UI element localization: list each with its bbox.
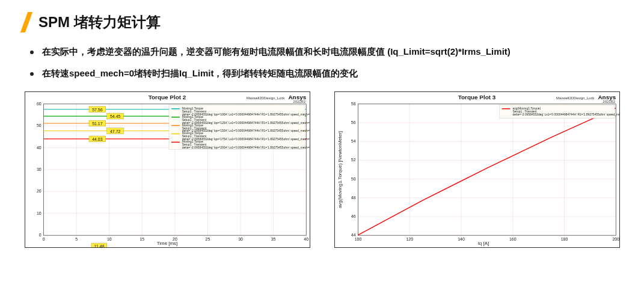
chart-title: Torque Plot 2 — [148, 94, 186, 100]
svg-text:10: 10 — [36, 211, 41, 215]
y-axis-label: avg(Moving1.Torque) [NewtonMeter] — [337, 131, 342, 208]
svg-text:120: 120 — [406, 237, 413, 241]
svg-text:60: 60 — [36, 102, 41, 106]
title-bar: SPM 堵转力矩计算 — [24, 12, 620, 32]
svg-text:20: 20 — [36, 189, 41, 193]
brand-sub: 2021R2 — [603, 100, 615, 103]
svg-rect-99 — [358, 104, 616, 235]
brand-sub: 2021R2 — [293, 100, 305, 103]
svg-text:180: 180 — [560, 237, 568, 241]
svg-text:15: 15 — [140, 237, 144, 241]
svg-text:46: 46 — [351, 214, 355, 218]
svg-text:56: 56 — [351, 120, 355, 125]
list-item: 在转速speed_mech=0堵转时扫描Iq_Limit，得到堵转转矩随电流限幅… — [30, 66, 614, 81]
svg-text:35: 35 — [271, 237, 275, 241]
page-title: SPM 堵转力矩计算 — [38, 13, 161, 32]
svg-text:25: 25 — [205, 237, 210, 241]
svg-text:58: 58 — [351, 102, 355, 106]
bullet-text: 在实际中，考虑逆变器的温升问题，逆变器可能有短时电流限幅值和长时电流限幅度值 (… — [42, 45, 511, 59]
title-accent-icon — [20, 12, 32, 32]
charts-row: Torque Plot 2 Maxwell2DDesign_Lock Ansys… — [24, 91, 620, 250]
svg-text:delta='-2.09584552deg' Iqs='20: delta='-2.09584552deg' Iqs='200A' Ls1='0… — [182, 146, 310, 149]
svg-text:11.48: 11.48 — [94, 244, 105, 248]
svg-text:48: 48 — [351, 196, 355, 200]
svg-text:30: 30 — [238, 237, 243, 241]
software-label: Maxwell2DDesign_Lock — [556, 96, 593, 100]
bullet-icon — [30, 72, 34, 76]
svg-text:10: 10 — [106, 237, 111, 241]
floor-label: 11.48 — [91, 243, 106, 248]
svg-text:44.03: 44.03 — [92, 137, 103, 141]
svg-text:54: 54 — [351, 139, 355, 143]
chart-svg: Torque Plot 3 Maxwell2DDesign_Lock Ansys… — [334, 91, 620, 248]
bullet-text: 在转速speed_mech=0堵转时扫描Iq_Limit，得到堵转转矩随电流限幅… — [42, 66, 358, 81]
svg-text:160: 160 — [509, 237, 516, 241]
chart-title: Torque Plot 3 — [458, 94, 495, 100]
svg-text:50: 50 — [36, 123, 41, 128]
plot-area: 1001201401601802004446485052545658avg(Mo… — [351, 102, 619, 241]
svg-text:57.56: 57.56 — [92, 108, 103, 112]
chart-torque-plot-2: Torque Plot 2 Maxwell2DDesign_Lock Ansys… — [25, 91, 310, 250]
svg-text:delta='-2.09584552deg' Ls1='0.: delta='-2.09584552deg' Ls1='0.0000449847… — [512, 113, 619, 116]
bullet-icon — [30, 51, 34, 54]
svg-text:40: 40 — [36, 146, 41, 150]
plot-area: 0510152025303540010203040506057.5654.455… — [36, 102, 310, 241]
svg-text:50: 50 — [351, 177, 355, 181]
svg-text:0: 0 — [42, 237, 44, 241]
svg-text:5: 5 — [75, 237, 78, 241]
list-item: 在实际中，考虑逆变器的温升问题，逆变器可能有短时电流限幅值和长时电流限幅度值 (… — [30, 45, 614, 59]
chart-torque-plot-3: Torque Plot 3 Maxwell2DDesign_Lock Ansys… — [334, 91, 620, 250]
svg-text:51.17: 51.17 — [92, 122, 103, 126]
svg-text:100: 100 — [354, 237, 361, 241]
chart-svg: Torque Plot 2 Maxwell2DDesign_Lock Ansys… — [25, 91, 310, 248]
svg-text:44: 44 — [351, 233, 355, 237]
software-label: Maxwell2DDesign_Lock — [246, 96, 284, 100]
svg-text:54.45: 54.45 — [109, 114, 120, 119]
svg-text:0: 0 — [38, 233, 41, 237]
svg-text:40: 40 — [304, 237, 308, 241]
x-axis-label: Time [ms] — [156, 241, 177, 246]
svg-text:200: 200 — [612, 237, 619, 241]
svg-text:52: 52 — [351, 158, 355, 162]
svg-text:30: 30 — [36, 167, 41, 171]
bullet-list: 在实际中，考虑逆变器的温升问题，逆变器可能有短时电流限幅值和长时电流限幅度值 (… — [30, 45, 614, 81]
x-axis-label: Iq [A] — [477, 241, 489, 246]
slide: SPM 堵转力矩计算 在实际中，考虑逆变器的温升问题，逆变器可能有短时电流限幅值… — [0, 0, 644, 262]
svg-text:140: 140 — [458, 237, 465, 241]
svg-text:47.72: 47.72 — [109, 129, 120, 134]
